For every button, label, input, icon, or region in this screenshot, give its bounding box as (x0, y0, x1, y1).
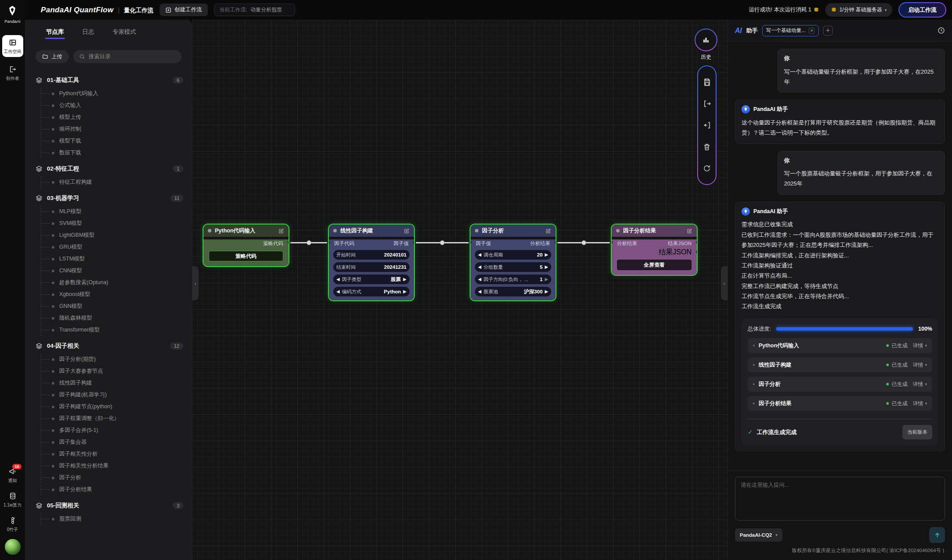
refresh-button[interactable] (698, 157, 716, 179)
node-library-item[interactable]: Xgboost模型 (41, 289, 183, 300)
arrow-right-icon[interactable]: ▶ (545, 265, 548, 269)
node-library-item[interactable]: 特征工程构建 (41, 176, 183, 188)
node-library-item[interactable]: 因子权重调整（归一化） (41, 413, 183, 424)
output-port[interactable] (555, 240, 556, 244)
arrow-right-icon[interactable]: ▶ (545, 277, 548, 282)
export-button[interactable] (698, 93, 716, 114)
node-edit-icon[interactable] (278, 228, 284, 234)
node-edit-icon[interactable] (546, 228, 551, 234)
collapse-right-panel-handle[interactable]: › (721, 266, 727, 300)
node-action-button[interactable]: 策略代码 (209, 251, 283, 261)
rail-item-bamboo[interactable]: 0竹子 (7, 516, 18, 533)
delete-button[interactable] (698, 136, 716, 157)
category-row[interactable]: 03-机器学习11 (36, 192, 183, 205)
node-library-item[interactable]: LightGBM模型 (41, 229, 183, 241)
rail-item-notifications[interactable]: 10 通知 (8, 467, 17, 484)
category-row[interactable]: 02-特征工程1 (36, 162, 183, 175)
output-port[interactable] (696, 240, 698, 244)
rail-item-compute[interactable]: 1.1w算力 (4, 492, 21, 508)
node-library-item[interactable]: 模型上传 (41, 111, 183, 123)
node-field[interactable]: 结束时间20241231 (333, 262, 410, 272)
node-library-item[interactable]: 因子分析结果 (41, 484, 183, 496)
current-workflow-input[interactable]: 当前工作流: 动量分析股票 (214, 4, 295, 16)
node-edit-icon[interactable] (404, 228, 410, 234)
edge-midpoint-dot[interactable] (440, 240, 445, 245)
node-library-item[interactable]: Transformer模型 (41, 324, 183, 336)
node-field[interactable]: ◀分组数量5▶ (475, 262, 551, 272)
tab-node-library[interactable]: 节点库 (45, 21, 65, 43)
node-library-item[interactable]: 因子相关性分析 (41, 448, 183, 460)
node-field[interactable]: ◀因子方向(0:负向， ...1▶ (475, 275, 551, 284)
start-workflow-button[interactable]: 启动工作流 (899, 2, 946, 18)
node-library-item[interactable]: 因子构建节点(python) (41, 401, 183, 413)
output-port[interactable] (413, 240, 415, 244)
workflow-node[interactable]: 因子分析结果分析结果结果JSON结果JSON全屏查看 (611, 224, 698, 276)
node-field[interactable]: ◀调仓周期20▶ (475, 250, 551, 260)
tab-logs[interactable]: 日志 (82, 21, 95, 43)
rail-item-workspace[interactable]: 工作空间 (2, 35, 23, 57)
node-field[interactable]: ◀编码方式Python▶ (333, 287, 410, 296)
arrow-right-icon[interactable]: ▶ (403, 277, 406, 282)
details-button[interactable]: 详情▾ (913, 360, 927, 370)
node-library-item[interactable]: Python代码输入 (41, 88, 183, 100)
current-version-button[interactable]: 当前版本 (902, 425, 932, 439)
close-session-icon[interactable]: ✕ (809, 28, 815, 34)
workflow-canvas[interactable]: ‹ › 历史 Python代码输入策略代码策略代码线性因子构建因子代码因子值开始… (192, 20, 727, 560)
upload-button[interactable]: 上传 (36, 50, 69, 63)
node-action-button[interactable]: 全屏查看 (617, 260, 692, 270)
output-port[interactable] (696, 250, 698, 254)
node-library-item[interactable]: 超参数搜索(Optuna) (41, 277, 183, 289)
node-library-item[interactable]: 线性因子构建 (41, 377, 183, 389)
node-library-item[interactable]: 循环控制 (41, 123, 183, 135)
session-chip[interactable]: 写一个基础动量... ✕ (762, 25, 819, 36)
arrow-left-icon[interactable]: ◀ (478, 265, 481, 269)
category-row[interactable]: 05-回测相关3 (36, 499, 183, 512)
node-library-item[interactable]: GRU模型 (41, 241, 183, 253)
node-field[interactable]: 开始时间20240101 (333, 250, 410, 260)
node-library-item[interactable]: 因子相关性分析结果 (41, 460, 183, 472)
node-library-item[interactable]: 因子集合器 (41, 436, 183, 448)
node-library-item[interactable]: 数据下载 (41, 147, 183, 159)
category-row[interactable]: 04-因子相关12 (36, 339, 183, 353)
category-row[interactable]: 01-基础工具6 (36, 74, 183, 87)
node-library-item[interactable]: SVM模型 (41, 218, 183, 229)
chat-input[interactable] (735, 477, 945, 521)
node-field[interactable]: ◀因子类型股票▶ (333, 275, 410, 284)
tab-expert-mode[interactable]: 专家模式 (112, 21, 137, 43)
arrow-left-icon[interactable]: ◀ (336, 289, 340, 294)
edge-midpoint-dot[interactable] (581, 240, 586, 245)
workflow-node[interactable]: Python代码输入策略代码策略代码 (203, 224, 289, 267)
server-selector[interactable]: 1/分钟 基础服务器 ▾ (825, 3, 892, 17)
node-library-item[interactable]: 股票回测 (41, 513, 183, 525)
node-edit-icon[interactable] (687, 228, 692, 234)
history-button[interactable] (695, 29, 717, 51)
details-button[interactable]: 详情▾ (913, 380, 927, 389)
node-library-item[interactable]: 随机森林模型 (41, 312, 183, 324)
save-button[interactable] (698, 71, 716, 93)
arrow-left-icon[interactable]: ◀ (478, 277, 481, 282)
import-button[interactable] (698, 114, 716, 136)
arrow-left-icon[interactable]: ◀ (478, 289, 481, 294)
brand-logo[interactable]: PandaAI (4, 4, 20, 24)
arrow-right-icon[interactable]: ▶ (403, 289, 406, 294)
node-library-item[interactable]: LSTM模型 (41, 253, 183, 265)
model-selector[interactable]: PandaAI-CQ2 ▾ (735, 528, 782, 542)
details-button[interactable]: 详情▾ (913, 341, 927, 351)
arrow-right-icon[interactable]: ▶ (545, 253, 548, 257)
arrow-left-icon[interactable]: ◀ (478, 253, 481, 257)
node-library-item[interactable]: MLP模型 (41, 206, 183, 218)
node-library-item[interactable]: 模型下载 (41, 135, 183, 147)
send-button[interactable] (929, 527, 945, 543)
node-library-item[interactable]: CNN模型 (41, 265, 183, 277)
workflow-node[interactable]: 线性因子构建因子代码因子值开始时间20240101结束时间20241231◀因子… (328, 224, 415, 301)
new-session-button[interactable]: ＋ (823, 26, 833, 36)
user-avatar[interactable] (5, 539, 21, 555)
node-library-item[interactable]: GNN模型 (41, 300, 183, 312)
node-field[interactable]: ◀股票池沪深300▶ (475, 287, 551, 296)
rail-item-creator[interactable]: 创作者 (6, 65, 19, 82)
chat-history-icon[interactable] (938, 27, 945, 34)
collapse-left-panel-handle[interactable]: ‹ (192, 266, 199, 300)
node-library-item[interactable]: 因子大赛参赛节点 (41, 365, 183, 377)
search-input[interactable]: 搜索目录 (73, 50, 182, 63)
node-library-item[interactable]: 因子分析 (41, 472, 183, 484)
